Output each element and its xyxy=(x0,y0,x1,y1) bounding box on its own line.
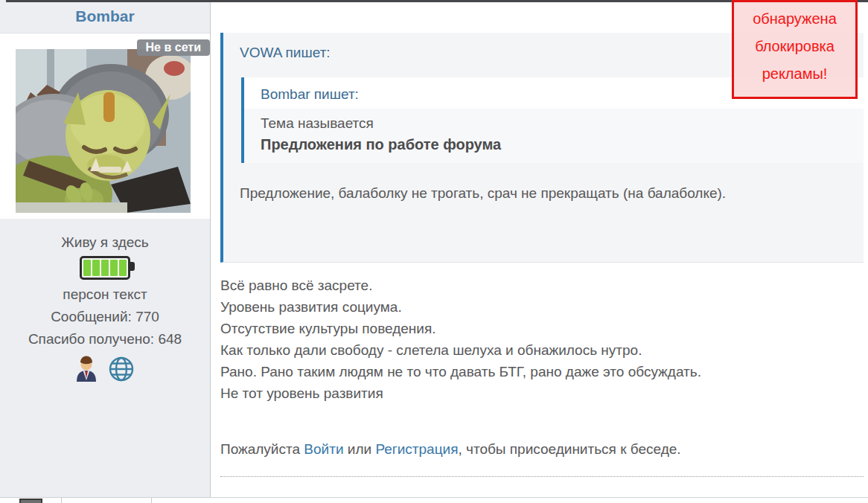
next-post-fragment xyxy=(19,499,42,503)
user-avatar xyxy=(16,49,191,213)
message-line: Как только дали свободу - слетела шелуха… xyxy=(220,339,861,361)
login-link[interactable]: Войти xyxy=(304,441,343,457)
adblock-warning-line: обнаружена xyxy=(734,5,855,33)
thanks-count: Спасибо получено: 648 xyxy=(0,330,210,348)
message-line: Не тот уровень развития xyxy=(220,382,861,404)
user-info: Живу я здесь персон текст Сообщений: 770… xyxy=(0,219,210,382)
adblock-warning-banner: обнаружена блокировка рекламы! xyxy=(732,0,858,99)
avatar-section: Не в сети xyxy=(0,33,210,219)
login-prompt-text: или xyxy=(344,441,376,457)
custom-title: персон текст xyxy=(0,286,210,304)
login-prompt-text: , чтобы присоединиться к беседе. xyxy=(458,441,680,457)
battery-full-icon xyxy=(80,256,130,280)
quote-inner-line: Тема называется xyxy=(261,113,847,133)
username-link[interactable]: Bombar xyxy=(75,7,134,25)
quoted-topic-title: Предложения по работе форума xyxy=(261,133,847,156)
quote-inner-body: Тема называется Предложения по работе фо… xyxy=(244,109,864,163)
rank-title: Живу я здесь xyxy=(0,234,210,252)
dotted-divider xyxy=(220,476,864,477)
section-divider xyxy=(0,497,868,498)
posts-count: Сообщений: 770 xyxy=(0,308,210,326)
next-post-cell-border xyxy=(61,498,62,503)
user-panel-header: Bombar xyxy=(0,0,210,33)
quote-outer-text: Предложение, балаболку не трогать, срач … xyxy=(223,182,864,205)
message-text: Всё равно всё засрете. Уровень развития … xyxy=(220,275,861,404)
register-link[interactable]: Регистрация xyxy=(375,441,458,457)
businessman-icon[interactable] xyxy=(75,356,98,382)
login-prompt-text: Пожалуйста xyxy=(220,441,304,457)
login-prompt: Пожалуйста Войти или Регистрация, чтобы … xyxy=(220,440,861,459)
message-line: Уровень развития социума. xyxy=(220,296,861,318)
user-panel: Bombar xyxy=(0,0,211,497)
next-post-cell-border xyxy=(151,498,152,503)
adblock-warning-line: рекламы! xyxy=(734,60,855,88)
message-line: Отсутствие культуры поведения. xyxy=(220,318,861,339)
message-line: Всё равно всё засрете. xyxy=(220,275,861,296)
profile-icons-row xyxy=(0,356,210,382)
adblock-warning-line: блокировка xyxy=(734,33,855,60)
status-badge: Не в сети xyxy=(137,39,210,56)
message-line: Рано. Рано таким людям не то что давать … xyxy=(220,361,861,382)
globe-icon[interactable] xyxy=(108,356,135,382)
